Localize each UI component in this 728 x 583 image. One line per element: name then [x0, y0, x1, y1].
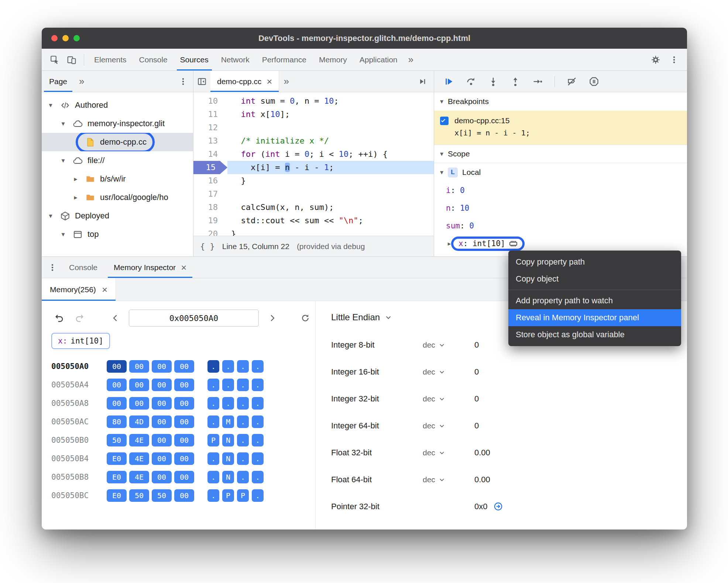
gear-icon[interactable]	[647, 51, 664, 68]
highlighted-object-chip[interactable]: x: int[10]	[51, 333, 110, 349]
memory-byte[interactable]: 00	[174, 489, 194, 502]
close-icon[interactable]: ×	[102, 285, 107, 294]
close-icon[interactable]: ×	[267, 77, 272, 86]
line-number[interactable]: 10	[193, 94, 227, 108]
tab-sources[interactable]: Sources	[174, 49, 215, 70]
memory-ascii[interactable]: P	[207, 434, 219, 446]
memory-view-tab[interactable]: Memory(256) ×	[42, 278, 116, 301]
memory-ascii[interactable]: P	[237, 489, 249, 502]
memory-ascii[interactable]: .	[207, 379, 219, 391]
memory-ascii[interactable]: .	[252, 471, 264, 483]
zoom-window-button[interactable]	[73, 35, 80, 41]
step-out-icon[interactable]	[506, 73, 525, 90]
tab-application[interactable]: Application	[353, 49, 404, 70]
memory-ascii[interactable]: .	[207, 360, 219, 373]
device-toolbar-icon[interactable]	[63, 51, 80, 68]
memory-byte[interactable]: 50	[129, 489, 149, 502]
code-line[interactable]: 14 for (int i = 0; i < 10; ++i) {	[193, 148, 434, 161]
tab-performance[interactable]: Performance	[256, 49, 313, 70]
previous-page-icon[interactable]	[107, 310, 124, 326]
menu-item-reveal-in-memory-inspector-panel[interactable]: Reveal in Memory Inspector panel	[508, 309, 681, 326]
code-line[interactable]: 19 std::cout << sum << "\n";	[193, 214, 434, 227]
code-line[interactable]: 13 /* initialize x */	[193, 134, 434, 148]
memory-ascii[interactable]: .	[252, 379, 264, 391]
expander-right-icon[interactable]: ▸	[443, 240, 456, 248]
line-number[interactable]: 16	[193, 174, 227, 187]
tree-item-top[interactable]: ▾top	[42, 225, 193, 244]
resume-icon[interactable]	[439, 73, 459, 90]
memory-ascii[interactable]: .	[207, 415, 219, 428]
tree-item-deployed[interactable]: ▾Deployed	[42, 207, 193, 225]
step-over-icon[interactable]	[461, 73, 481, 90]
memory-byte[interactable]: 00	[174, 415, 194, 428]
value-format-select[interactable]: dec	[423, 475, 474, 484]
memory-ascii[interactable]: .	[222, 360, 234, 373]
memory-ascii[interactable]: .	[252, 360, 264, 373]
line-number[interactable]: 13	[193, 134, 227, 148]
memory-byte[interactable]: 00	[174, 397, 194, 410]
memory-byte[interactable]: 4E	[129, 434, 149, 446]
tree-item-usr-local-google-ho[interactable]: ▸usr/local/google/ho	[42, 188, 193, 207]
memory-byte[interactable]: 00	[152, 397, 172, 410]
memory-byte[interactable]: E0	[107, 452, 127, 465]
menu-item-add-property-path-to-watch[interactable]: Add property path to watch	[508, 292, 681, 309]
memory-byte[interactable]: 00	[129, 360, 149, 373]
more-editor-tabs-button[interactable]: »	[279, 76, 293, 87]
memory-byte[interactable]: 00	[107, 397, 127, 410]
line-number[interactable]: 17	[193, 187, 227, 201]
editor-tab-demo-cpp[interactable]: demo-cpp.cc ×	[210, 71, 279, 92]
tab-page[interactable]: Page	[42, 71, 75, 92]
memory-byte[interactable]: 00	[152, 360, 172, 373]
value-format-select[interactable]: dec	[423, 448, 474, 457]
line-number[interactable]: 20	[193, 227, 227, 236]
tab-elements[interactable]: Elements	[88, 49, 133, 70]
memory-ascii[interactable]: .	[207, 471, 219, 483]
memory-ascii[interactable]: .	[237, 471, 249, 483]
memory-byte[interactable]: 00	[129, 379, 149, 391]
menu-item-copy-object[interactable]: Copy object	[508, 270, 681, 287]
memory-ascii[interactable]: .	[252, 415, 264, 428]
memory-byte[interactable]: 4E	[129, 471, 149, 483]
memory-byte[interactable]: 00	[174, 471, 194, 483]
drawer-tab-console[interactable]: Console	[61, 257, 106, 278]
more-panels-button[interactable]: »	[404, 54, 418, 65]
memory-byte[interactable]: 00	[152, 379, 172, 391]
code-line[interactable]: 10 int sum = 0, n = 10;	[193, 94, 434, 108]
memory-ascii[interactable]: .	[237, 397, 249, 410]
tab-memory[interactable]: Memory	[313, 49, 353, 70]
memory-ascii[interactable]: .	[237, 415, 249, 428]
expander-down-icon[interactable]: ▾	[45, 212, 56, 220]
menu-item-store-object-as-global-variable[interactable]: Store object as global variable	[508, 326, 681, 343]
line-number[interactable]: 19	[193, 214, 227, 227]
tree-item-b-s-w-ir[interactable]: ▸b/s/w/ir	[42, 170, 193, 188]
expander-down-icon[interactable]: ▾	[57, 120, 69, 128]
debugger-toggle-icon[interactable]	[414, 73, 431, 90]
code-line[interactable]: 15 x[i] = n - i - 1;	[193, 161, 434, 174]
pause-on-exceptions-icon[interactable]	[584, 73, 604, 90]
memory-byte[interactable]: 00	[174, 360, 194, 373]
memory-ascii[interactable]: .	[252, 489, 264, 502]
tab-network[interactable]: Network	[215, 49, 256, 70]
memory-byte[interactable]: 00	[152, 415, 172, 428]
kebab-menu-icon[interactable]	[666, 51, 683, 68]
close-window-button[interactable]	[51, 35, 58, 41]
execution-line-marker[interactable]: 15	[193, 161, 227, 174]
memory-byte[interactable]: 00	[129, 397, 149, 410]
memory-ascii[interactable]: .	[207, 452, 219, 465]
memory-ascii[interactable]: P	[222, 489, 234, 502]
memory-byte[interactable]: 00	[174, 452, 194, 465]
expander-right-icon[interactable]: ▸	[70, 175, 82, 183]
line-number[interactable]: 14	[193, 148, 227, 161]
memory-ascii[interactable]: .	[237, 379, 249, 391]
value-format-select[interactable]: dec	[423, 341, 474, 349]
memory-ascii[interactable]: .	[222, 397, 234, 410]
memory-byte[interactable]: 50	[152, 489, 172, 502]
line-number[interactable]: 18	[193, 201, 227, 214]
breakpoint-checkbox[interactable]	[440, 117, 449, 125]
memory-ascii[interactable]: .	[207, 489, 219, 502]
undo-icon[interactable]	[51, 310, 68, 326]
next-page-icon[interactable]	[264, 310, 280, 326]
memory-byte[interactable]: 00	[107, 379, 127, 391]
value-format-select[interactable]: dec	[423, 394, 474, 403]
line-number[interactable]: 12	[193, 121, 227, 134]
